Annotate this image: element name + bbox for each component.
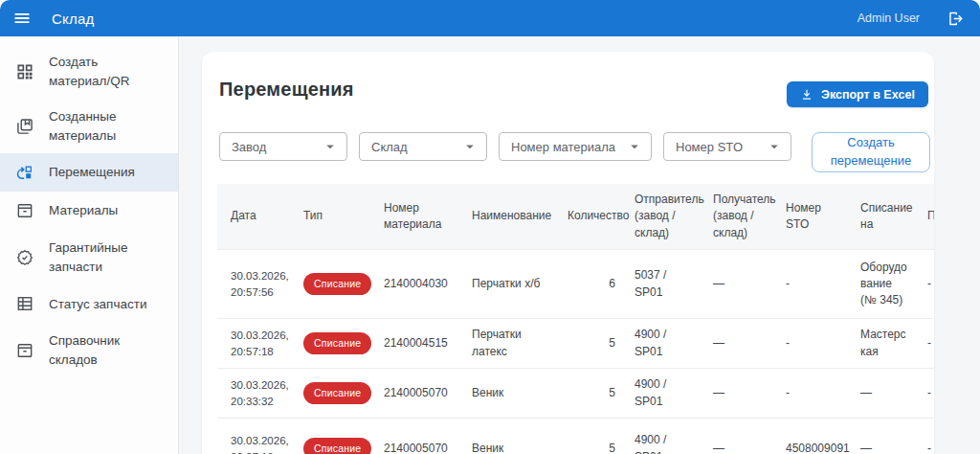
cell: 5037 / SP01 (625, 250, 703, 319)
main-area: Перемещения Экспорт в Excel ЗаводСкладНо… (179, 36, 980, 454)
export-excel-button[interactable]: Экспорт в Excel (787, 81, 928, 107)
status-badge: Списание (303, 382, 371, 404)
cell: 2140004030 (374, 250, 462, 319)
box-icon (15, 341, 34, 360)
cell: - (776, 369, 851, 419)
cell-type: Списание (294, 369, 374, 419)
cell: - (776, 319, 851, 369)
cell: 6 (558, 250, 625, 319)
sidebar-item-warranty-parts[interactable]: Гарантийные запчасти (0, 230, 178, 284)
caret-down-icon (322, 138, 339, 155)
cell-type: Списание (294, 250, 374, 319)
sidebar-nav: Создать материал/QRСозданные материалыПе… (0, 36, 179, 454)
sidebar-item-warehouse-directory[interactable]: Справочник складов (0, 323, 178, 377)
page-title: Перемещения (219, 79, 354, 101)
transfers-card: Перемещения Экспорт в Excel ЗаводСкладНо… (202, 52, 934, 454)
cell-date: 30.03.2026,20:57:18 (217, 319, 294, 369)
cell: — (851, 369, 918, 419)
cell: — (851, 418, 918, 454)
column-header: Номер STO (776, 184, 851, 250)
column-header: Тип (294, 184, 374, 250)
status-icon (15, 294, 34, 313)
cell: - (776, 250, 851, 319)
column-header: Отправитель (завод / склад) (625, 184, 703, 250)
cell: Веник (462, 418, 558, 454)
caret-down-icon (626, 138, 643, 155)
sidebar-item-label: Перемещения (49, 163, 135, 182)
cell: - (918, 418, 934, 454)
cell: 4508009091 (776, 418, 851, 454)
cell: - (918, 369, 934, 419)
sidebar-item-label: Созданные материалы (49, 107, 163, 145)
status-badge: Списание (303, 273, 371, 295)
filter-label: Номер STO (676, 140, 743, 154)
cell: 2140005070 (374, 418, 462, 454)
column-header: Наименование (462, 184, 558, 250)
cell: - (918, 319, 934, 369)
filter-select-sto-number[interactable]: Номер STO (663, 132, 791, 161)
sidebar-item-part-status[interactable]: Статус запчасти (0, 284, 178, 323)
table-header-row: ДатаТипНомер материалаНаименованиеКоличе… (217, 184, 934, 250)
cell: Мастерская (851, 319, 918, 369)
qr-icon (15, 62, 34, 81)
sidebar-item-create-material-qr[interactable]: Создать материал/QR (0, 44, 178, 99)
cell: — (703, 418, 776, 454)
cell: 4900 / SP01 (625, 418, 703, 454)
sidebar-item-created-materials[interactable]: Созданные материалы (0, 99, 178, 153)
transfers-icon (15, 163, 34, 182)
status-badge: Списание (303, 438, 371, 454)
caret-down-icon (461, 138, 479, 155)
cell: Оборудование (№ 345) (851, 250, 918, 319)
warranty-icon (15, 248, 34, 267)
cell: 5 (558, 418, 625, 454)
cell-date: 30.03.2026,20:57:56 (217, 250, 294, 319)
filter-label: Завод (232, 140, 266, 154)
cell: 5 (558, 319, 625, 369)
hamburger-menu-icon[interactable] (12, 9, 32, 28)
cell-type: Списание (294, 418, 374, 454)
table-row: 30.03.2026,20:33:32Списание2140005070Вен… (217, 369, 934, 419)
column-header: Количество (558, 184, 625, 250)
sidebar-item-label: Статус запчасти (49, 295, 146, 314)
cell: 4900 / SP01 (625, 319, 703, 369)
cell: Перчатки х/б (462, 250, 558, 319)
create-transfer-button[interactable]: Создать перемещение (812, 132, 930, 172)
sidebar-item-materials[interactable]: Материалы (0, 192, 178, 230)
cell: - (918, 250, 934, 319)
top-app-bar: Склад Admin User (0, 0, 980, 36)
sidebar-item-transfers[interactable]: Перемещения (0, 153, 178, 192)
table-row: 30.03.2026,20:57:56Списание2140004030Пер… (217, 250, 934, 319)
filter-select-plant[interactable]: Завод (219, 132, 347, 161)
cell: Перчатки латекс (462, 319, 558, 369)
cell: 2140005070 (374, 369, 462, 419)
app-title: Склад (52, 11, 94, 27)
transfers-table: ДатаТипНомер материалаНаименованиеКоличе… (217, 184, 934, 454)
sidebar-item-label: Справочник складов (49, 331, 163, 369)
cell-date: 30.03.2026,20:33:32 (217, 369, 294, 419)
cell-type: Списание (294, 319, 374, 369)
filters-row: ЗаводСкладНомер материалаНомер STO (219, 132, 791, 161)
filter-label: Склад (371, 140, 408, 154)
transfers-table-container: ДатаТипНомер материалаНаименованиеКоличе… (217, 184, 934, 454)
app-layout: Создать материал/QRСозданные материалыПе… (0, 36, 980, 454)
column-header: Номер материала (374, 184, 462, 250)
filter-select-material-number[interactable]: Номер материала (499, 132, 652, 161)
status-badge: Списание (303, 332, 371, 354)
table-row: 30.03.2026,20:57:18Списание2140004515Пер… (217, 319, 934, 369)
sidebar-item-label: Создать материал/QR (49, 53, 163, 90)
logout-icon[interactable] (947, 10, 965, 28)
materials-created-icon (15, 117, 34, 136)
filter-select-warehouse[interactable]: Склад (359, 132, 487, 161)
cell: — (703, 319, 776, 369)
download-icon (800, 88, 813, 102)
table-row: 30.03.2026,20:27:16Списание2140005070Вен… (217, 418, 934, 454)
user-name: Admin User (858, 11, 920, 25)
column-header: Дата (217, 184, 294, 250)
cell: 4900 / SP01 (625, 369, 703, 419)
cell: 5 (558, 369, 625, 419)
column-header: Получатель (завод / склад) (703, 184, 776, 250)
filter-label: Номер материала (511, 140, 615, 154)
export-excel-label: Экспорт в Excel (821, 88, 915, 102)
cell-date: 30.03.2026,20:27:16 (217, 418, 294, 454)
cell: 2140004515 (374, 319, 462, 369)
